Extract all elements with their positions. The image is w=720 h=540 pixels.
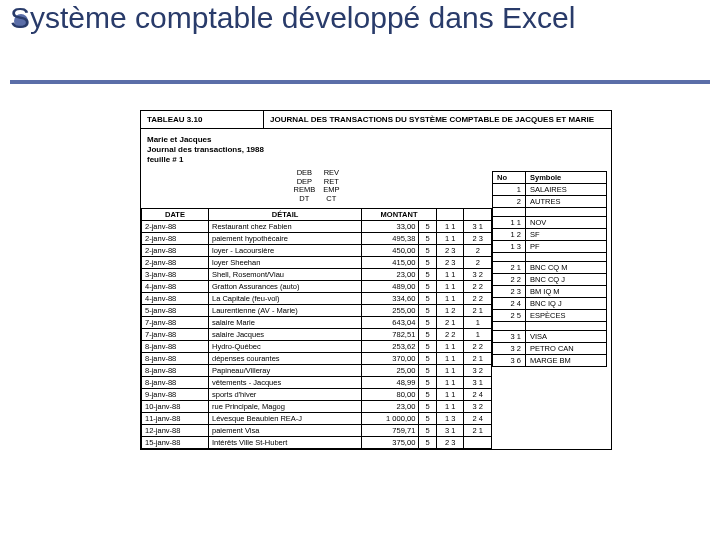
table-row: 3-janv-88Shell, Rosemont/Viau23,0051 13 … [142,268,492,280]
table-row: 2-janv-88paiement hypothécaire495,3851 1… [142,232,492,244]
col-symbole: Symbole [526,172,607,184]
cell-detail: salaire Jacques [209,328,362,340]
cell-code1: 1 1 [436,376,464,388]
meta-line: Journal des transactions, 1988 [147,145,605,155]
col-code2 [464,208,492,220]
cell-detail: rue Principale, Magog [209,400,362,412]
symbol-row: 3 6MARGE BM [493,355,607,367]
cell-amount: 415,00 [362,256,419,268]
symbol-row: 2AUTRES [493,196,607,208]
cell-code1: 1 2 [436,304,464,316]
cell-suffix: 5 [419,280,437,292]
caption-text: JOURNAL DES TRANSACTIONS DU SYSTÈME COMP… [264,111,611,128]
meta-line: feuille # 1 [147,155,605,165]
sheet-meta: Marie et Jacques Journal des transaction… [141,129,611,167]
cell-suffix: 5 [419,304,437,316]
cell-date: 5-janv-88 [142,304,209,316]
cell-detail: Intérêts Ville St-Hubert [209,436,362,448]
symbol-text: AUTRES [526,196,607,208]
cell-code2: 2 4 [464,388,492,400]
symbol-row: 2 4BNC IQ J [493,298,607,310]
cell-code1: 1 1 [436,220,464,232]
cell-code2: 1 [464,328,492,340]
cell-suffix: 5 [419,400,437,412]
cell-detail: sports d'hiver [209,388,362,400]
table-row: 10-janv-88rue Principale, Magog23,0051 1… [142,400,492,412]
cell-detail: Lévesque Beaubien REA-J [209,412,362,424]
cell-code2: 2 1 [464,424,492,436]
col-montant: MONTANT [362,208,437,220]
symbol-no: 2 3 [493,286,526,298]
symbol-row: 1 2SF [493,229,607,241]
table-row: 5-janv-88Laurentienne (AV - Marie)255,00… [142,304,492,316]
symbol-no: 2 2 [493,274,526,286]
cell-suffix: 5 [419,352,437,364]
cell-suffix: 5 [419,412,437,424]
symbol-text: PETRO CAN [526,343,607,355]
cell-code1: 1 1 [436,340,464,352]
cell-date: 4-janv-88 [142,292,209,304]
cell-code1: 1 1 [436,400,464,412]
cell-date: 10-janv-88 [142,400,209,412]
table-row: 4-janv-88La Capitale (feu-vol)334,6051 1… [142,292,492,304]
cell-detail: salaire Marie [209,316,362,328]
cell-suffix: 5 [419,340,437,352]
cell-code2: 2 2 [464,292,492,304]
symbol-no: 2 5 [493,310,526,322]
cell-detail: dépenses courantes [209,352,362,364]
cell-amount: 80,00 [362,388,419,400]
cell-code1: 3 1 [436,424,464,436]
symbol-no: 1 1 [493,217,526,229]
symbol-row: 1 3PF [493,241,607,253]
cell-detail: Hydro-Québec [209,340,362,352]
symbol-text: NOV [526,217,607,229]
cell-detail: Restaurant chez Fabien [209,220,362,232]
cell-code1: 1 1 [436,268,464,280]
col-date: DATE [142,208,209,220]
cell-amount: 643,04 [362,316,419,328]
cell-amount: 334,60 [362,292,419,304]
cell-code1: 1 1 [436,232,464,244]
symbol-row: 3 2PETRO CAN [493,343,607,355]
code-legend: DEBREVDEPRETREMBEMPDTCT [141,167,492,208]
table-row: 4-janv-88Gratton Assurances (auto)489,00… [142,280,492,292]
cell-amount: 48,99 [362,376,419,388]
symbol-no: 1 2 [493,229,526,241]
cell-date: 2-janv-88 [142,232,209,244]
cell-detail: Shell, Rosemont/Viau [209,268,362,280]
cell-suffix: 5 [419,292,437,304]
cell-detail: Papineau/Villeray [209,364,362,376]
symbol-no: 2 1 [493,262,526,274]
cell-code1: 1 1 [436,352,464,364]
symbol-text: BM IQ M [526,286,607,298]
cell-suffix: 5 [419,244,437,256]
cell-date: 9-janv-88 [142,388,209,400]
cell-suffix: 5 [419,364,437,376]
cell-suffix: 5 [419,316,437,328]
cell-code1: 2 3 [436,436,464,448]
cell-date: 7-janv-88 [142,316,209,328]
cell-detail: loyer - Lacoursière [209,244,362,256]
cell-amount: 25,00 [362,364,419,376]
table-row: 8-janv-88vêtements - Jacques48,9951 13 1 [142,376,492,388]
symbol-row: 2 3BM IQ M [493,286,607,298]
cell-code1: 2 3 [436,244,464,256]
cell-date: 2-janv-88 [142,244,209,256]
cell-date: 8-janv-88 [142,364,209,376]
cell-code2: 3 2 [464,268,492,280]
cell-detail: Gratton Assurances (auto) [209,280,362,292]
figure-caption: TABLEAU 3.10 JOURNAL DES TRANSACTIONS DU… [141,111,611,129]
cell-amount: 33,00 [362,220,419,232]
cell-detail: vêtements - Jacques [209,376,362,388]
symbol-no: 3 2 [493,343,526,355]
cell-date: 11-janv-88 [142,412,209,424]
col-detail: DÉTAIL [209,208,362,220]
code-cell: DT [290,195,320,204]
symbol-table: No Symbole 1SALAIRES2AUTRES1 1NOV1 2SF1 … [492,171,607,367]
cell-amount: 489,00 [362,280,419,292]
symbol-row: 2 1BNC CQ M [493,262,607,274]
cell-detail: La Capitale (feu-vol) [209,292,362,304]
symbol-row: 1SALAIRES [493,184,607,196]
code-cell: CT [319,195,343,204]
cell-amount: 759,71 [362,424,419,436]
